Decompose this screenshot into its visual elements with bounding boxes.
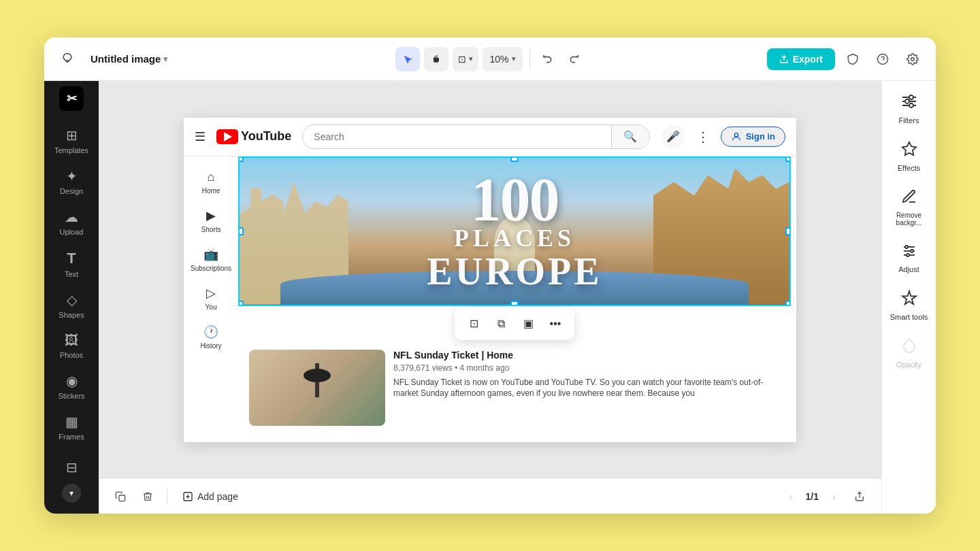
youtube-mockup: ☰ YouTube 🔍 🎤: [184, 118, 796, 442]
export-button[interactable]: Export: [767, 48, 835, 70]
yt-more-icon[interactable]: ⋮: [696, 129, 710, 145]
yt-nav-subscriptions[interactable]: 📺 Subscriptions: [184, 241, 238, 278]
project-name[interactable]: Untitled image ▾: [85, 50, 173, 67]
sidebar-bottom: ⊟ ▾: [48, 454, 95, 508]
redo-button[interactable]: [563, 48, 585, 70]
flip-button[interactable]: ⧉: [489, 312, 513, 336]
sidebar-item-photos[interactable]: 🖼 Photos: [48, 327, 95, 365]
right-tool-opacity[interactable]: Opacity: [885, 331, 933, 375]
add-page-button[interactable]: Add page: [176, 487, 245, 506]
toolbar: Untitled image ▾ ⊡ ▾ 10% ▾: [44, 37, 936, 81]
templates-icon: ⊞: [66, 127, 78, 144]
pan-tool-button[interactable]: [424, 47, 448, 71]
shade-decoration: [304, 369, 331, 382]
handle-bottom-left[interactable]: [238, 301, 244, 306]
app-window: Untitled image ▾ ⊡ ▾ 10% ▾: [44, 37, 936, 514]
chevron-down-icon-layout: ▾: [469, 54, 473, 63]
handle-middle-right[interactable]: [785, 227, 791, 235]
yt-video-desc: NFL Sunday Ticket is now on YouTube and …: [393, 377, 780, 400]
yt-mic-button[interactable]: 🎤: [661, 124, 685, 149]
yt-search-input[interactable]: [303, 131, 610, 142]
yt-video-meta: 8,379,671 views • 4 months ago: [393, 363, 780, 373]
undo-button[interactable]: [537, 48, 559, 70]
yt-search-button[interactable]: 🔍: [611, 124, 649, 149]
svg-point-10: [905, 99, 909, 103]
canvas-container[interactable]: ☰ YouTube 🔍 🎤: [99, 81, 881, 478]
sidebar-item-frames[interactable]: ▦ Frames: [48, 408, 95, 446]
handle-top-left[interactable]: [238, 156, 244, 162]
main-content: ✂ ⊞ Templates ✦ Design ☁ Upload T Text ◇…: [44, 81, 936, 514]
yt-nav-home[interactable]: ⌂ Home: [184, 165, 238, 200]
more-button[interactable]: •••: [543, 312, 568, 336]
canvas-area: ☰ YouTube 🔍 🎤: [99, 81, 881, 514]
you-icon: ▷: [206, 286, 216, 301]
settings-button[interactable]: [900, 47, 925, 71]
svg-point-11: [909, 95, 913, 99]
yt-nav-history[interactable]: 🕐 History: [184, 319, 238, 355]
svg-point-25: [906, 254, 909, 256]
sidebar-item-text[interactable]: T Text: [48, 244, 95, 284]
toolbar-left: Untitled image ▾: [55, 47, 390, 71]
sidebar-item-templates[interactable]: ⊞ Templates: [48, 122, 95, 160]
sidebar-item-shapes[interactable]: ◇ Shapes: [48, 286, 95, 324]
shield-button[interactable]: [840, 47, 865, 71]
chevron-down-icon: ▾: [163, 54, 167, 64]
layout-icon: ⊡: [458, 54, 466, 65]
prev-page-button[interactable]: ‹: [781, 487, 800, 506]
delete-page-button[interactable]: [137, 486, 159, 507]
svg-rect-5: [119, 495, 125, 501]
zoom-control[interactable]: 10% ▾: [483, 47, 522, 71]
yt-sidenav: ⌂ Home ▶ Shorts 📺 Subscriptions: [184, 156, 238, 442]
sidebar-item-label: Text: [65, 270, 78, 278]
duplicate-page-button[interactable]: [110, 486, 131, 507]
handle-top-right[interactable]: [785, 156, 791, 162]
grid-icon: ⊟: [66, 459, 78, 475]
handle-bottom-center[interactable]: [510, 301, 519, 306]
yt-nav-you[interactable]: ▷ You: [184, 280, 238, 316]
shorts-icon: ▶: [206, 208, 216, 223]
yt-search-bar[interactable]: 🔍: [302, 124, 649, 149]
yt-banner[interactable]: 100 PLACES EUROPE: [238, 156, 791, 306]
select-tool-button[interactable]: [395, 47, 420, 71]
chevron-down-icon-zoom: ▾: [512, 54, 516, 63]
yt-menu-icon[interactable]: ☰: [195, 129, 206, 144]
left-sidebar: ✂ ⊞ Templates ✦ Design ☁ Upload T Text ◇…: [44, 81, 99, 514]
remove-bg-icon: [901, 188, 917, 209]
handle-middle-left[interactable]: [238, 227, 244, 235]
yt-video-info: NFL Sunday Ticket | Home 8,379,671 views…: [393, 350, 780, 426]
yt-play-icon: [224, 132, 232, 141]
right-tool-effects[interactable]: Effects: [885, 134, 933, 179]
handle-bottom-right[interactable]: [785, 301, 791, 306]
share-button[interactable]: [849, 486, 870, 507]
save-button[interactable]: [55, 47, 80, 71]
right-tool-adjust[interactable]: Adjust: [885, 236, 933, 280]
logo-icon: ✂: [67, 91, 77, 106]
sidebar-item-grid[interactable]: ⊟: [48, 454, 95, 481]
bottom-separator: [167, 488, 167, 505]
svg-point-4: [734, 133, 738, 136]
right-tool-filters[interactable]: Filters: [885, 86, 933, 131]
help-button[interactable]: [870, 47, 895, 71]
handle-top-center[interactable]: [510, 156, 519, 162]
right-tool-smart-tools[interactable]: Smart tools: [885, 283, 933, 328]
text-icon: T: [67, 250, 76, 267]
svg-point-23: [905, 246, 908, 248]
right-tool-remove-bg[interactable]: Remove backgr...: [885, 182, 933, 233]
next-page-button[interactable]: ›: [824, 487, 843, 506]
banner-number: 100: [471, 169, 559, 231]
yt-video-card[interactable]: NFL Sunday Ticket | Home 8,379,671 views…: [244, 344, 785, 431]
sidebar-item-stickers[interactable]: ◉ Stickers: [48, 367, 95, 405]
export-label: Export: [793, 54, 823, 65]
sidebar-expand-button[interactable]: ▾: [62, 484, 81, 503]
layout-group[interactable]: ⊡ ▾: [453, 47, 478, 71]
logo-button[interactable]: ✂: [59, 86, 84, 111]
image-toolbar: ⊡ ⧉ ▣ •••: [455, 307, 574, 340]
crop-button[interactable]: ⊡: [461, 312, 486, 336]
yt-signin-button[interactable]: Sign in: [721, 127, 785, 147]
sidebar-item-upload[interactable]: ☁ Upload: [48, 203, 95, 241]
adjust-icon: [901, 243, 917, 263]
sidebar-item-design[interactable]: ✦ Design: [48, 163, 95, 201]
frame-button[interactable]: ▣: [516, 312, 540, 336]
upload-icon: ☁: [65, 209, 78, 225]
yt-nav-shorts[interactable]: ▶ Shorts: [184, 203, 238, 239]
